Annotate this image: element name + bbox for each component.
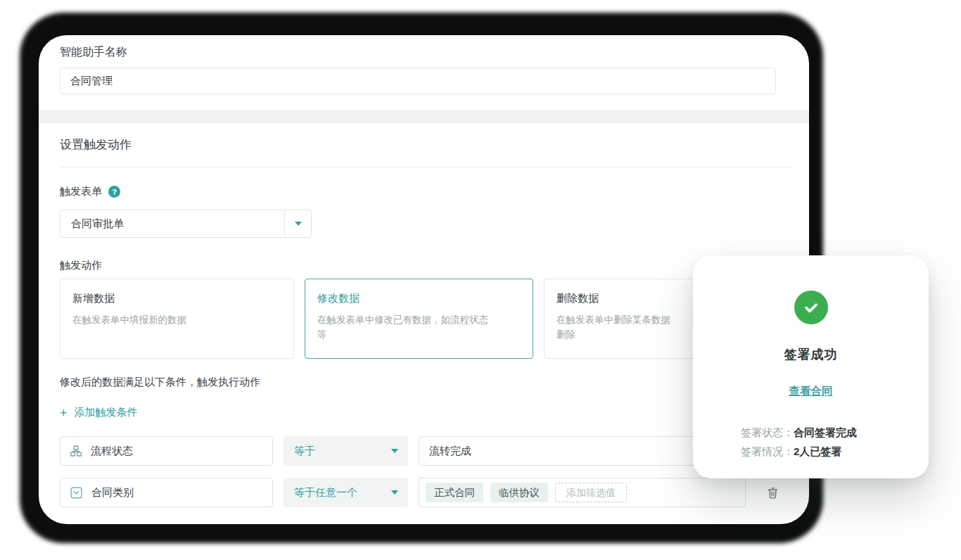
- sign-count-label: 签署情况：: [741, 445, 794, 457]
- screenshot-stage: 智能助手名称 设置触发动作 触发表单 ? 合同审批单 触发动作 新增数据 在触发…: [0, 0, 961, 560]
- trigger-form-caret-zone: [284, 210, 311, 237]
- check-circle-icon: [794, 291, 828, 324]
- add-filter-value-button[interactable]: 添加筛选值: [555, 483, 627, 502]
- card-description: 在触发表单中修改已有数据，如流程状态 等: [317, 313, 521, 343]
- select-field-icon: [70, 487, 82, 499]
- condition-tag: 正式合同: [426, 483, 483, 502]
- condition-field-name: 合同类别: [91, 486, 134, 499]
- condition-operator-value: 等于: [294, 445, 315, 458]
- trigger-action-cards: 新增数据 在触发表单中填报新的数据 修改数据 在触发表单中修改已有数据，如流程状…: [60, 279, 772, 359]
- trigger-form-selected-value: 合同审批单: [61, 210, 284, 237]
- add-condition-button[interactable]: + 添加触发条件: [60, 406, 138, 419]
- section-separator-band: [39, 110, 809, 123]
- sign-count-row: 签署情况：2人已签署: [741, 442, 857, 461]
- section-title: 设置触发动作: [60, 136, 132, 153]
- question-circle-icon[interactable]: ?: [108, 186, 120, 198]
- chevron-down-icon: [391, 490, 398, 495]
- conditions-hint: 修改后的数据满足以下条件，触发执行动作: [60, 376, 260, 389]
- add-condition-label: 添加触发条件: [75, 406, 138, 419]
- sign-count-value: 2人已签署: [794, 445, 841, 457]
- trigger-form-label: 触发表单: [60, 185, 102, 198]
- condition-tag: 临供协议: [490, 483, 548, 502]
- condition-row: 流程状态 等于: [60, 436, 746, 466]
- plus-icon: +: [60, 407, 68, 419]
- workflow-icon: [70, 445, 82, 457]
- assistant-name-input[interactable]: [60, 68, 776, 94]
- trash-icon: [766, 486, 779, 499]
- condition-row: 合同类别 等于任意一个 正式合同 临供协议 添加筛选值: [60, 478, 779, 507]
- trigger-form-select[interactable]: 合同审批单: [60, 210, 312, 238]
- sign-status-value: 合同签署完成: [794, 426, 857, 438]
- assistant-name-label: 智能助手名称: [60, 45, 127, 60]
- section-title-divider: [60, 167, 794, 167]
- condition-field-name: 流程状态: [91, 445, 133, 458]
- sign-status-label: 签署状态：: [741, 426, 794, 438]
- trigger-action-card-modify-data[interactable]: 修改数据 在触发表单中修改已有数据，如流程状态 等: [305, 279, 533, 359]
- trigger-action-card-add-data[interactable]: 新增数据 在触发表单中填报新的数据: [60, 279, 294, 359]
- condition-operator-value: 等于任意一个: [294, 486, 357, 499]
- sign-success-title: 签署成功: [784, 346, 838, 363]
- delete-condition-button[interactable]: [766, 486, 779, 499]
- condition-operator-select[interactable]: 等于任意一个: [284, 478, 408, 507]
- condition-field-selector[interactable]: 合同类别: [60, 478, 273, 507]
- card-title: 新增数据: [72, 292, 281, 305]
- card-description: 在触发表单中填报新的数据: [72, 313, 281, 328]
- condition-field-selector[interactable]: 流程状态: [60, 436, 273, 466]
- sign-status-row: 签署状态：合同签署完成: [741, 423, 857, 442]
- trigger-form-label-row: 触发表单 ?: [60, 185, 120, 198]
- view-contract-link[interactable]: 查看合同: [789, 384, 833, 399]
- sign-success-card: 签署成功 查看合同 签署状态：合同签署完成 签署情况：2人已签署: [693, 255, 929, 478]
- condition-operator-select[interactable]: 等于: [284, 436, 408, 466]
- chevron-down-icon: [295, 222, 302, 226]
- chevron-down-icon: [391, 449, 398, 453]
- sign-info-rows: 签署状态：合同签署完成 签署情况：2人已签署: [741, 423, 857, 461]
- card-title: 修改数据: [317, 292, 521, 305]
- trigger-action-label: 触发动作: [60, 259, 102, 272]
- condition-tags-box[interactable]: 正式合同 临供协议 添加筛选值: [419, 478, 746, 507]
